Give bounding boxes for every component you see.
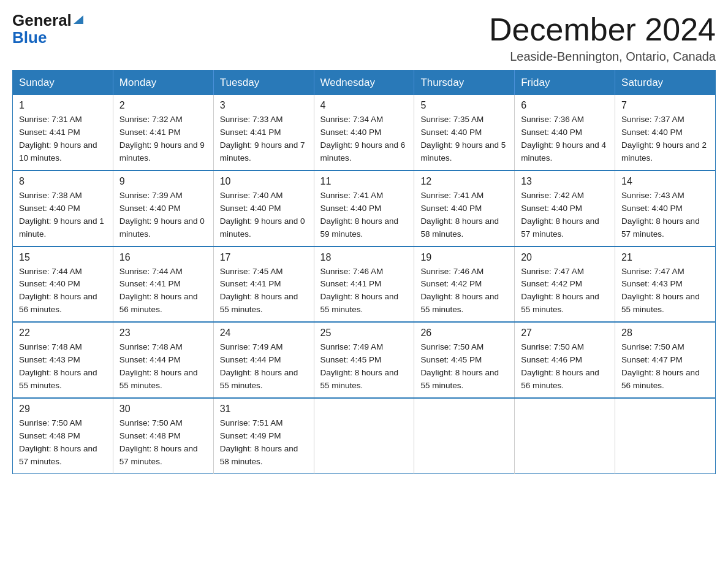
sunset-label: Sunset: 4:40 PM (220, 204, 281, 213)
logo-blue-text: Blue (12, 28, 83, 47)
day-info: Sunrise: 7:35 AM Sunset: 4:40 PM Dayligh… (420, 113, 508, 165)
day-info: Sunrise: 7:50 AM Sunset: 4:48 PM Dayligh… (119, 417, 207, 469)
daylight-label: Daylight: 8 hours and 55 minutes. (521, 292, 599, 314)
sunset-label: Sunset: 4:44 PM (220, 355, 281, 364)
sunset-label: Sunset: 4:41 PM (119, 279, 181, 288)
day-info: Sunrise: 7:41 AM Sunset: 4:40 PM Dayligh… (320, 190, 408, 241)
calendar-cell: 23 Sunrise: 7:48 AM Sunset: 4:44 PM Dayl… (113, 322, 213, 398)
sunset-label: Sunset: 4:40 PM (621, 128, 683, 137)
day-info: Sunrise: 7:43 AM Sunset: 4:40 PM Dayligh… (621, 190, 709, 241)
day-info: Sunrise: 7:47 AM Sunset: 4:43 PM Dayligh… (621, 266, 709, 317)
day-info: Sunrise: 7:48 AM Sunset: 4:44 PM Dayligh… (119, 341, 207, 393)
daylight-label: Daylight: 9 hours and 2 minutes. (621, 140, 707, 163)
sunrise-label: Sunrise: 7:32 AM (119, 115, 183, 124)
calendar-week-row: 1 Sunrise: 7:31 AM Sunset: 4:41 PM Dayli… (13, 95, 716, 170)
calendar-cell: 4 Sunrise: 7:34 AM Sunset: 4:40 PM Dayli… (314, 95, 414, 170)
sunrise-label: Sunrise: 7:41 AM (320, 191, 384, 200)
sunset-label: Sunset: 4:40 PM (521, 128, 582, 137)
calendar-cell (414, 398, 515, 473)
day-number: 2 (119, 100, 207, 111)
sunset-label: Sunset: 4:41 PM (19, 128, 80, 137)
calendar-week-row: 8 Sunrise: 7:38 AM Sunset: 4:40 PM Dayli… (13, 170, 716, 247)
daylight-label: Daylight: 8 hours and 57 minutes. (521, 216, 599, 239)
sunset-label: Sunset: 4:42 PM (521, 279, 582, 288)
sunrise-label: Sunrise: 7:44 AM (19, 267, 82, 276)
daylight-label: Daylight: 8 hours and 56 minutes. (521, 368, 599, 390)
calendar-cell: 29 Sunrise: 7:50 AM Sunset: 4:48 PM Dayl… (13, 398, 113, 473)
sunset-label: Sunset: 4:40 PM (320, 204, 382, 213)
weekday-header: Wednesday (314, 71, 414, 96)
day-info: Sunrise: 7:46 AM Sunset: 4:41 PM Dayligh… (320, 266, 408, 317)
sunrise-label: Sunrise: 7:46 AM (320, 267, 384, 276)
day-number: 23 (119, 327, 207, 339)
sunset-label: Sunset: 4:40 PM (420, 204, 482, 213)
day-info: Sunrise: 7:34 AM Sunset: 4:40 PM Dayligh… (320, 113, 408, 165)
daylight-label: Daylight: 8 hours and 56 minutes. (119, 292, 198, 314)
weekday-header: Monday (113, 71, 213, 96)
day-number: 9 (119, 176, 207, 187)
sunrise-label: Sunrise: 7:42 AM (521, 191, 584, 200)
sunset-label: Sunset: 4:40 PM (19, 204, 80, 213)
day-number: 18 (320, 252, 408, 263)
day-number: 27 (521, 327, 609, 339)
day-info: Sunrise: 7:38 AM Sunset: 4:40 PM Dayligh… (19, 190, 107, 241)
daylight-label: Daylight: 9 hours and 0 minutes. (220, 216, 305, 239)
calendar-week-row: 15 Sunrise: 7:44 AM Sunset: 4:40 PM Dayl… (13, 247, 716, 323)
day-number: 24 (220, 327, 308, 339)
day-info: Sunrise: 7:48 AM Sunset: 4:43 PM Dayligh… (19, 341, 107, 393)
day-info: Sunrise: 7:46 AM Sunset: 4:42 PM Dayligh… (420, 266, 508, 317)
sunrise-label: Sunrise: 7:36 AM (521, 115, 584, 124)
sunset-label: Sunset: 4:41 PM (220, 279, 281, 288)
sunrise-label: Sunrise: 7:31 AM (19, 115, 82, 124)
calendar-cell: 13 Sunrise: 7:42 AM Sunset: 4:40 PM Dayl… (515, 170, 615, 247)
day-number: 3 (220, 100, 308, 111)
daylight-label: Daylight: 8 hours and 55 minutes. (320, 292, 399, 314)
day-info: Sunrise: 7:40 AM Sunset: 4:40 PM Dayligh… (220, 190, 308, 241)
day-info: Sunrise: 7:41 AM Sunset: 4:40 PM Dayligh… (420, 190, 508, 241)
sunset-label: Sunset: 4:41 PM (119, 128, 181, 137)
calendar-cell: 2 Sunrise: 7:32 AM Sunset: 4:41 PM Dayli… (113, 95, 213, 170)
sunset-label: Sunset: 4:40 PM (119, 204, 181, 213)
calendar-cell: 11 Sunrise: 7:41 AM Sunset: 4:40 PM Dayl… (314, 170, 414, 247)
day-number: 21 (621, 252, 709, 263)
day-number: 30 (119, 404, 207, 415)
daylight-label: Daylight: 8 hours and 55 minutes. (220, 368, 298, 390)
sunset-label: Sunset: 4:46 PM (521, 355, 582, 364)
sunset-label: Sunset: 4:44 PM (119, 355, 181, 364)
calendar-cell (314, 398, 414, 473)
sunrise-label: Sunrise: 7:38 AM (19, 191, 82, 200)
title-section: December 2024 Leaside-Bennington, Ontari… (489, 12, 716, 64)
sunrise-label: Sunrise: 7:47 AM (621, 267, 684, 276)
logo-general-text: General (12, 12, 83, 28)
weekday-header: Thursday (414, 71, 515, 96)
daylight-label: Daylight: 9 hours and 10 minutes. (19, 140, 97, 163)
calendar-week-row: 22 Sunrise: 7:48 AM Sunset: 4:43 PM Dayl… (13, 322, 716, 398)
sunrise-label: Sunrise: 7:37 AM (621, 115, 684, 124)
calendar-cell: 15 Sunrise: 7:44 AM Sunset: 4:40 PM Dayl… (13, 247, 113, 323)
weekday-header: Sunday (13, 71, 113, 96)
sunrise-label: Sunrise: 7:41 AM (420, 191, 483, 200)
day-info: Sunrise: 7:32 AM Sunset: 4:41 PM Dayligh… (119, 113, 207, 165)
day-number: 11 (320, 176, 408, 187)
daylight-label: Daylight: 8 hours and 55 minutes. (220, 292, 298, 314)
daylight-label: Daylight: 8 hours and 57 minutes. (19, 444, 97, 466)
day-number: 4 (320, 100, 408, 111)
day-number: 13 (521, 176, 609, 187)
calendar-cell: 22 Sunrise: 7:48 AM Sunset: 4:43 PM Dayl… (13, 322, 113, 398)
sunset-label: Sunset: 4:40 PM (320, 128, 382, 137)
daylight-label: Daylight: 8 hours and 55 minutes. (621, 292, 700, 314)
calendar-cell: 14 Sunrise: 7:43 AM Sunset: 4:40 PM Dayl… (615, 170, 716, 247)
day-info: Sunrise: 7:50 AM Sunset: 4:48 PM Dayligh… (19, 417, 107, 469)
day-number: 7 (621, 100, 709, 111)
calendar-cell: 9 Sunrise: 7:39 AM Sunset: 4:40 PM Dayli… (113, 170, 213, 247)
day-number: 17 (220, 252, 308, 263)
sunrise-label: Sunrise: 7:48 AM (19, 342, 82, 351)
calendar-cell: 19 Sunrise: 7:46 AM Sunset: 4:42 PM Dayl… (414, 247, 515, 323)
daylight-label: Daylight: 8 hours and 57 minutes. (621, 216, 700, 239)
sunrise-label: Sunrise: 7:33 AM (220, 115, 283, 124)
sunset-label: Sunset: 4:49 PM (220, 431, 281, 440)
calendar-cell: 25 Sunrise: 7:49 AM Sunset: 4:45 PM Dayl… (314, 322, 414, 398)
sunrise-label: Sunrise: 7:51 AM (220, 418, 283, 427)
day-info: Sunrise: 7:44 AM Sunset: 4:40 PM Dayligh… (19, 266, 107, 317)
calendar-cell: 3 Sunrise: 7:33 AM Sunset: 4:41 PM Dayli… (213, 95, 314, 170)
